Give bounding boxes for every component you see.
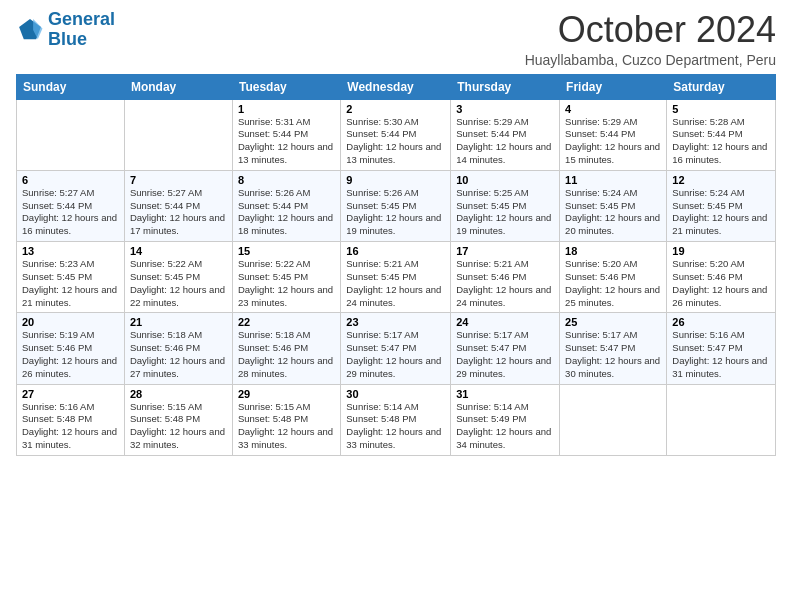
day-info: Sunrise: 5:15 AMSunset: 5:48 PMDaylight:… xyxy=(238,401,335,452)
calendar-week-row: 1Sunrise: 5:31 AMSunset: 5:44 PMDaylight… xyxy=(17,99,776,170)
day-info: Sunrise: 5:27 AMSunset: 5:44 PMDaylight:… xyxy=(22,187,119,238)
calendar-table: SundayMondayTuesdayWednesdayThursdayFrid… xyxy=(16,74,776,456)
day-number: 6 xyxy=(22,174,119,186)
day-info: Sunrise: 5:19 AMSunset: 5:46 PMDaylight:… xyxy=(22,329,119,380)
calendar-cell: 31Sunrise: 5:14 AMSunset: 5:49 PMDayligh… xyxy=(451,384,560,455)
day-info: Sunrise: 5:17 AMSunset: 5:47 PMDaylight:… xyxy=(346,329,445,380)
col-header-thursday: Thursday xyxy=(451,74,560,99)
calendar-cell xyxy=(667,384,776,455)
calendar-cell: 11Sunrise: 5:24 AMSunset: 5:45 PMDayligh… xyxy=(560,170,667,241)
calendar-cell: 20Sunrise: 5:19 AMSunset: 5:46 PMDayligh… xyxy=(17,313,125,384)
calendar-header-row: SundayMondayTuesdayWednesdayThursdayFrid… xyxy=(17,74,776,99)
day-number: 17 xyxy=(456,245,554,257)
day-info: Sunrise: 5:29 AMSunset: 5:44 PMDaylight:… xyxy=(456,116,554,167)
day-info: Sunrise: 5:21 AMSunset: 5:45 PMDaylight:… xyxy=(346,258,445,309)
calendar-cell: 22Sunrise: 5:18 AMSunset: 5:46 PMDayligh… xyxy=(232,313,340,384)
day-number: 1 xyxy=(238,103,335,115)
day-info: Sunrise: 5:22 AMSunset: 5:45 PMDaylight:… xyxy=(130,258,227,309)
calendar-cell: 8Sunrise: 5:26 AMSunset: 5:44 PMDaylight… xyxy=(232,170,340,241)
title-block: October 2024 Huayllabamba, Cuzco Departm… xyxy=(525,10,776,68)
day-info: Sunrise: 5:15 AMSunset: 5:48 PMDaylight:… xyxy=(130,401,227,452)
calendar-cell: 6Sunrise: 5:27 AMSunset: 5:44 PMDaylight… xyxy=(17,170,125,241)
calendar-cell: 12Sunrise: 5:24 AMSunset: 5:45 PMDayligh… xyxy=(667,170,776,241)
calendar-cell: 1Sunrise: 5:31 AMSunset: 5:44 PMDaylight… xyxy=(232,99,340,170)
day-number: 7 xyxy=(130,174,227,186)
calendar-week-row: 20Sunrise: 5:19 AMSunset: 5:46 PMDayligh… xyxy=(17,313,776,384)
day-number: 25 xyxy=(565,316,661,328)
col-header-tuesday: Tuesday xyxy=(232,74,340,99)
calendar-cell xyxy=(124,99,232,170)
calendar-cell: 26Sunrise: 5:16 AMSunset: 5:47 PMDayligh… xyxy=(667,313,776,384)
day-info: Sunrise: 5:16 AMSunset: 5:47 PMDaylight:… xyxy=(672,329,770,380)
col-header-wednesday: Wednesday xyxy=(341,74,451,99)
calendar-cell: 14Sunrise: 5:22 AMSunset: 5:45 PMDayligh… xyxy=(124,242,232,313)
day-number: 21 xyxy=(130,316,227,328)
col-header-monday: Monday xyxy=(124,74,232,99)
day-info: Sunrise: 5:17 AMSunset: 5:47 PMDaylight:… xyxy=(565,329,661,380)
calendar-cell: 17Sunrise: 5:21 AMSunset: 5:46 PMDayligh… xyxy=(451,242,560,313)
day-number: 20 xyxy=(22,316,119,328)
calendar-cell: 18Sunrise: 5:20 AMSunset: 5:46 PMDayligh… xyxy=(560,242,667,313)
calendar-week-row: 6Sunrise: 5:27 AMSunset: 5:44 PMDaylight… xyxy=(17,170,776,241)
day-number: 15 xyxy=(238,245,335,257)
col-header-sunday: Sunday xyxy=(17,74,125,99)
calendar-cell: 3Sunrise: 5:29 AMSunset: 5:44 PMDaylight… xyxy=(451,99,560,170)
header: General Blue October 2024 Huayllabamba, … xyxy=(16,10,776,68)
day-number: 24 xyxy=(456,316,554,328)
day-number: 18 xyxy=(565,245,661,257)
day-info: Sunrise: 5:27 AMSunset: 5:44 PMDaylight:… xyxy=(130,187,227,238)
day-number: 5 xyxy=(672,103,770,115)
calendar-cell: 15Sunrise: 5:22 AMSunset: 5:45 PMDayligh… xyxy=(232,242,340,313)
day-info: Sunrise: 5:22 AMSunset: 5:45 PMDaylight:… xyxy=(238,258,335,309)
day-number: 8 xyxy=(238,174,335,186)
calendar-cell: 13Sunrise: 5:23 AMSunset: 5:45 PMDayligh… xyxy=(17,242,125,313)
day-number: 3 xyxy=(456,103,554,115)
subtitle: Huayllabamba, Cuzco Department, Peru xyxy=(525,52,776,68)
calendar-week-row: 13Sunrise: 5:23 AMSunset: 5:45 PMDayligh… xyxy=(17,242,776,313)
calendar-cell: 5Sunrise: 5:28 AMSunset: 5:44 PMDaylight… xyxy=(667,99,776,170)
calendar-cell: 30Sunrise: 5:14 AMSunset: 5:48 PMDayligh… xyxy=(341,384,451,455)
day-info: Sunrise: 5:23 AMSunset: 5:45 PMDaylight:… xyxy=(22,258,119,309)
day-number: 19 xyxy=(672,245,770,257)
day-info: Sunrise: 5:14 AMSunset: 5:49 PMDaylight:… xyxy=(456,401,554,452)
main-title: October 2024 xyxy=(525,10,776,50)
day-info: Sunrise: 5:17 AMSunset: 5:47 PMDaylight:… xyxy=(456,329,554,380)
calendar-cell: 27Sunrise: 5:16 AMSunset: 5:48 PMDayligh… xyxy=(17,384,125,455)
calendar-cell: 28Sunrise: 5:15 AMSunset: 5:48 PMDayligh… xyxy=(124,384,232,455)
day-info: Sunrise: 5:29 AMSunset: 5:44 PMDaylight:… xyxy=(565,116,661,167)
day-info: Sunrise: 5:30 AMSunset: 5:44 PMDaylight:… xyxy=(346,116,445,167)
calendar-cell: 7Sunrise: 5:27 AMSunset: 5:44 PMDaylight… xyxy=(124,170,232,241)
day-info: Sunrise: 5:28 AMSunset: 5:44 PMDaylight:… xyxy=(672,116,770,167)
col-header-friday: Friday xyxy=(560,74,667,99)
calendar-cell xyxy=(17,99,125,170)
day-number: 2 xyxy=(346,103,445,115)
calendar-cell: 2Sunrise: 5:30 AMSunset: 5:44 PMDaylight… xyxy=(341,99,451,170)
day-info: Sunrise: 5:31 AMSunset: 5:44 PMDaylight:… xyxy=(238,116,335,167)
day-info: Sunrise: 5:20 AMSunset: 5:46 PMDaylight:… xyxy=(672,258,770,309)
day-number: 28 xyxy=(130,388,227,400)
calendar-cell: 24Sunrise: 5:17 AMSunset: 5:47 PMDayligh… xyxy=(451,313,560,384)
day-info: Sunrise: 5:14 AMSunset: 5:48 PMDaylight:… xyxy=(346,401,445,452)
day-number: 29 xyxy=(238,388,335,400)
calendar-cell: 21Sunrise: 5:18 AMSunset: 5:46 PMDayligh… xyxy=(124,313,232,384)
calendar-cell: 4Sunrise: 5:29 AMSunset: 5:44 PMDaylight… xyxy=(560,99,667,170)
day-number: 13 xyxy=(22,245,119,257)
page: General Blue October 2024 Huayllabamba, … xyxy=(0,0,792,612)
calendar-cell: 9Sunrise: 5:26 AMSunset: 5:45 PMDaylight… xyxy=(341,170,451,241)
day-info: Sunrise: 5:26 AMSunset: 5:45 PMDaylight:… xyxy=(346,187,445,238)
calendar-cell: 29Sunrise: 5:15 AMSunset: 5:48 PMDayligh… xyxy=(232,384,340,455)
day-number: 16 xyxy=(346,245,445,257)
day-number: 9 xyxy=(346,174,445,186)
calendar-cell: 25Sunrise: 5:17 AMSunset: 5:47 PMDayligh… xyxy=(560,313,667,384)
day-info: Sunrise: 5:24 AMSunset: 5:45 PMDaylight:… xyxy=(565,187,661,238)
day-info: Sunrise: 5:18 AMSunset: 5:46 PMDaylight:… xyxy=(238,329,335,380)
day-number: 22 xyxy=(238,316,335,328)
day-info: Sunrise: 5:16 AMSunset: 5:48 PMDaylight:… xyxy=(22,401,119,452)
calendar-cell: 10Sunrise: 5:25 AMSunset: 5:45 PMDayligh… xyxy=(451,170,560,241)
logo-text: General Blue xyxy=(48,10,115,50)
day-info: Sunrise: 5:24 AMSunset: 5:45 PMDaylight:… xyxy=(672,187,770,238)
day-number: 10 xyxy=(456,174,554,186)
logo: General Blue xyxy=(16,10,115,50)
logo-icon xyxy=(16,16,44,44)
calendar-cell: 23Sunrise: 5:17 AMSunset: 5:47 PMDayligh… xyxy=(341,313,451,384)
